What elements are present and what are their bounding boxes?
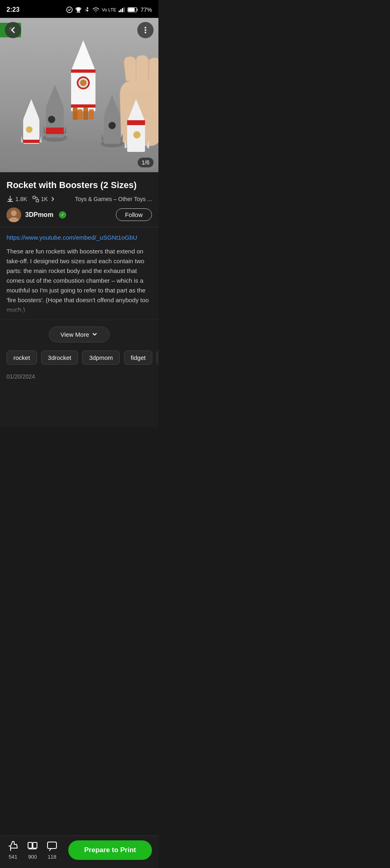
svg-rect-58 <box>48 842 56 849</box>
bookmark-icon <box>27 841 38 852</box>
svg-rect-25 <box>46 128 64 132</box>
view-more-label: View More <box>61 331 89 338</box>
prepare-to-print-button[interactable]: Prepare to Print <box>68 840 152 860</box>
tag-fidget[interactable]: fidget <box>124 351 153 365</box>
trophy-icon <box>75 6 82 13</box>
bottom-action-bar: 541 900 118 Prepare to Print <box>0 836 158 868</box>
chevron-right-icon <box>50 196 56 202</box>
svg-point-33 <box>80 80 87 86</box>
wifi-icon <box>92 7 100 13</box>
verified-badge: ✓ <box>59 211 66 219</box>
svg-rect-26 <box>46 132 64 134</box>
svg-rect-47 <box>127 120 145 125</box>
svg-rect-51 <box>33 196 35 199</box>
tag-sp[interactable]: sp <box>156 351 158 365</box>
author-info: 3DPmom ✓ <box>6 208 66 222</box>
svg-point-54 <box>11 210 17 216</box>
dots-vertical-icon <box>141 26 150 34</box>
svg-rect-4 <box>124 7 125 12</box>
chevron-left-icon <box>9 26 17 34</box>
signal-bars-icon <box>119 7 125 12</box>
author-name: 3DPmom <box>25 211 53 219</box>
tags-section: rocket 3drocket 3dpmom fidget sp <box>0 347 158 371</box>
chat-icon <box>46 841 58 852</box>
comment-icon <box>46 840 58 853</box>
svg-point-48 <box>133 131 141 139</box>
comments-count: 118 <box>48 854 56 860</box>
svg-point-42 <box>108 122 116 129</box>
collections-count: 900 <box>28 854 37 860</box>
content-area: Rocket with Boosters (2 Sizes) 1.8K 1K T… <box>0 172 158 427</box>
svg-rect-18 <box>23 140 39 143</box>
likes-action[interactable]: 541 <box>6 840 20 860</box>
view-more-button[interactable]: View More <box>49 327 110 342</box>
tag-rocket[interactable]: rocket <box>6 351 37 365</box>
chevron-down-icon <box>91 331 98 338</box>
title-section: Rocket with Boosters (2 Sizes) 1.8K 1K T… <box>0 172 158 227</box>
rocket-scene <box>0 18 158 172</box>
description-fade <box>6 290 152 315</box>
svg-point-24 <box>48 116 55 123</box>
thumbs-up-icon <box>6 840 20 853</box>
svg-point-11 <box>145 32 146 33</box>
svg-point-17 <box>26 126 32 133</box>
author-row: 3DPmom ✓ Follow <box>6 208 152 222</box>
description-section: https://www.youtube.com/embed/_uSGNt1oGb… <box>0 227 158 320</box>
svg-rect-38 <box>89 109 94 119</box>
svg-rect-37 <box>83 108 88 120</box>
tag-3drocket[interactable]: 3drocket <box>41 351 78 365</box>
follow-button[interactable]: Follow <box>116 208 152 221</box>
svg-rect-56 <box>28 842 32 848</box>
item-title: Rocket with Boosters (2 Sizes) <box>6 180 152 191</box>
more-button[interactable] <box>137 22 154 38</box>
collection-icon <box>26 840 39 853</box>
comments-action[interactable]: 118 <box>46 840 58 860</box>
status-icons: Vo LTE 77% <box>66 6 152 13</box>
check-icon <box>66 6 73 13</box>
svg-rect-57 <box>33 842 37 848</box>
hero-image-container: 1/6 <box>0 18 158 172</box>
category-text: Toys & Games – Other Toys ... <box>75 196 152 202</box>
signal-icon: Vo LTE <box>102 7 116 12</box>
status-bar: 2:23 Vo LTE <box>0 0 158 18</box>
download-icon <box>6 195 14 203</box>
svg-rect-3 <box>122 8 123 12</box>
bluetooth-icon <box>84 7 90 13</box>
view-more-section: View More <box>0 320 158 347</box>
svg-rect-36 <box>78 109 82 119</box>
youtube-link[interactable]: https://www.youtube.com/embed/_uSGNt1oGb… <box>6 234 152 241</box>
remix-icon <box>32 195 39 203</box>
svg-rect-34 <box>71 104 95 108</box>
stats-row: 1.8K 1K Toys & Games – Other Toys ... <box>6 195 152 203</box>
like-icon <box>7 841 19 852</box>
battery-percentage: 77% <box>141 6 152 13</box>
tag-3dpmom[interactable]: 3dpmom <box>82 351 119 365</box>
svg-rect-7 <box>128 8 134 12</box>
back-button[interactable] <box>5 22 21 38</box>
publish-date: 01/20/2024 <box>6 373 35 380</box>
avatar-image <box>6 208 21 222</box>
svg-point-10 <box>145 29 146 31</box>
battery-icon <box>128 7 138 13</box>
svg-rect-1 <box>119 11 120 12</box>
image-counter: 1/6 <box>138 158 154 167</box>
svg-rect-41 <box>104 115 120 144</box>
svg-rect-6 <box>136 9 138 11</box>
svg-rect-2 <box>120 9 121 12</box>
collections-action[interactable]: 900 <box>26 840 39 860</box>
download-count: 1.8K <box>15 196 27 202</box>
svg-rect-31 <box>71 69 95 73</box>
remix-count: 1K <box>41 196 48 202</box>
bottom-spacer <box>0 387 158 427</box>
date-section: 01/20/2024 <box>0 371 158 387</box>
svg-rect-52 <box>36 199 39 202</box>
svg-point-9 <box>145 27 146 28</box>
avatar <box>6 208 21 222</box>
likes-count: 541 <box>9 854 17 860</box>
svg-rect-35 <box>73 108 78 120</box>
status-time: 2:23 <box>6 6 20 13</box>
